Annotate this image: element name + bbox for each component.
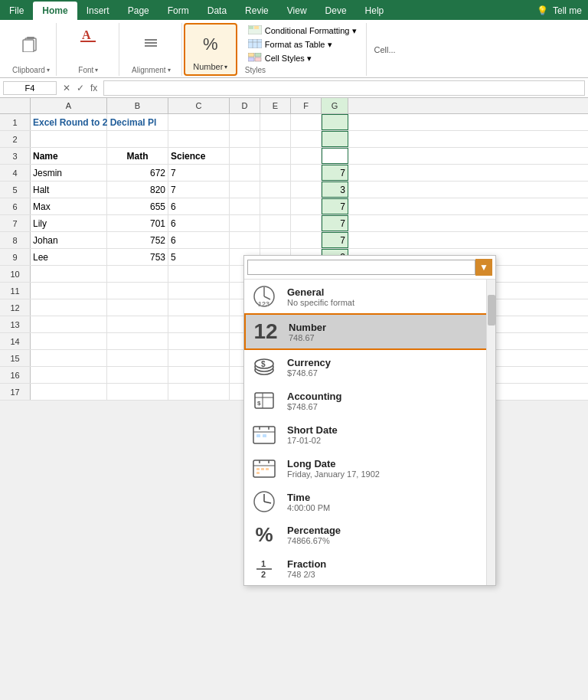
row-header-5[interactable]: 5 <box>0 182 31 198</box>
alignment-arrow[interactable]: ▾ <box>168 67 171 74</box>
dropdown-item-longdate[interactable]: Long Date Friday, January 17, 1902 <box>244 451 495 485</box>
cell-g1[interactable] <box>322 114 348 130</box>
tab-file[interactable]: File <box>0 2 33 20</box>
cell-c5[interactable]: 7 <box>168 182 230 198</box>
dropdown-item-time[interactable]: Time 4:00:00 PM <box>244 485 495 518</box>
cell-b6[interactable]: 655 <box>107 198 168 214</box>
cell-d8[interactable] <box>230 232 260 248</box>
font-arrow[interactable]: ▾ <box>95 67 98 74</box>
cell-a7[interactable]: Lily <box>31 215 107 231</box>
cell-b8[interactable]: 752 <box>107 232 168 248</box>
cell-d1[interactable] <box>230 114 260 130</box>
cell-c2[interactable] <box>168 131 230 147</box>
cell-g8[interactable]: 7 <box>322 232 348 248</box>
dropdown-scrollbar[interactable] <box>486 280 495 585</box>
cell-a4[interactable]: Jesmin <box>31 165 107 181</box>
cell-b9[interactable]: 753 <box>107 249 168 265</box>
tab-home[interactable]: Home <box>33 2 77 20</box>
cell-d2[interactable] <box>230 131 260 147</box>
row-header-3[interactable]: 3 <box>0 148 31 164</box>
cell-b1[interactable] <box>107 114 168 130</box>
tab-review[interactable]: Revie <box>236 2 278 20</box>
confirm-formula-button[interactable]: ✓ <box>77 83 84 93</box>
cell-c4[interactable]: 7 <box>168 165 230 181</box>
col-header-a[interactable]: A <box>31 98 107 113</box>
cell-a6[interactable]: Max <box>31 198 107 214</box>
cell-d3[interactable] <box>230 148 260 164</box>
formula-input[interactable] <box>103 80 585 96</box>
cell-c9[interactable]: 5 <box>168 249 230 265</box>
cell-a8[interactable]: Johan <box>31 232 107 248</box>
fx-button[interactable]: fx <box>90 83 97 93</box>
col-header-f[interactable]: F <box>291 98 322 113</box>
font-style-button[interactable]: A <box>77 25 100 46</box>
tab-view[interactable]: View <box>278 2 316 20</box>
cell-c6[interactable]: 6 <box>168 198 230 214</box>
cell-b4[interactable]: 672 <box>107 165 168 181</box>
col-header-g[interactable]: G <box>322 98 348 113</box>
cell-c1[interactable] <box>168 114 230 130</box>
row-header-7[interactable]: 7 <box>0 215 31 231</box>
cell-b5[interactable]: 820 <box>107 182 168 198</box>
format-as-table-button[interactable]: Format as Table ▾ <box>245 38 360 51</box>
cell-d7[interactable] <box>230 215 260 231</box>
cell-g6[interactable]: 7 <box>322 198 348 214</box>
alignment-button[interactable] <box>139 34 163 54</box>
cell-c3[interactable]: Science <box>168 148 230 164</box>
conditional-formatting-button[interactable]: Conditional Formatting ▾ <box>245 25 360 37</box>
number-arrow[interactable]: ▾ <box>224 64 227 70</box>
cell-d4[interactable] <box>230 165 260 181</box>
col-header-c[interactable]: C <box>168 98 230 113</box>
cell-f5[interactable] <box>291 182 322 198</box>
cell-b7[interactable]: 701 <box>107 215 168 231</box>
cell-reference[interactable] <box>3 81 57 95</box>
cell-e1[interactable] <box>260 114 291 130</box>
cell-a1[interactable]: Excel Round to 2 Decimal Pl <box>31 114 107 130</box>
cell-e7[interactable] <box>260 215 291 231</box>
tab-insert[interactable]: Insert <box>77 2 119 20</box>
cell-e4[interactable] <box>260 165 291 181</box>
tell-me-text[interactable]: Tell me <box>553 5 582 16</box>
dropdown-item-shortdate[interactable]: Short Date 17-01-02 <box>244 417 495 451</box>
dropdown-item-currency[interactable]: $ Currency $748.67 <box>244 350 495 384</box>
cell-d5[interactable] <box>230 182 260 198</box>
tab-developer[interactable]: Deve <box>316 2 356 20</box>
row-header-4[interactable]: 4 <box>0 165 31 181</box>
cell-c7[interactable]: 6 <box>168 215 230 231</box>
cell-g2[interactable] <box>322 131 348 147</box>
cell-a9[interactable]: Lee <box>31 249 107 265</box>
tab-form[interactable]: Form <box>158 2 198 20</box>
cell-d6[interactable] <box>230 198 260 214</box>
col-header-b[interactable]: B <box>107 98 168 113</box>
col-header-d[interactable]: D <box>230 98 260 113</box>
cell-f1[interactable] <box>291 114 322 130</box>
row-header-6[interactable]: 6 <box>0 198 31 214</box>
cell-a2[interactable] <box>31 131 107 147</box>
cell-a3[interactable]: Name <box>31 148 107 164</box>
dropdown-item-number[interactable]: 12 Number 748.67 <box>244 313 495 350</box>
cell-g7[interactable]: 7 <box>322 215 348 231</box>
cell-f3[interactable] <box>291 148 322 164</box>
cell-e5[interactable] <box>260 182 291 198</box>
select-all-button[interactable] <box>0 98 31 113</box>
dropdown-item-percentage[interactable]: % Percentage 74866.67% <box>244 518 495 551</box>
cell-f7[interactable] <box>291 215 322 231</box>
cell-g4[interactable]: 7 <box>322 165 348 181</box>
cell-b2[interactable] <box>107 131 168 147</box>
cell-styles-button[interactable]: Cell Styles ▾ <box>245 52 360 64</box>
row-header-1[interactable]: 1 <box>0 114 31 130</box>
clipboard-button[interactable] <box>18 33 43 57</box>
dropdown-item-accounting[interactable]: $ Accounting $748.67 <box>244 384 495 417</box>
dropdown-item-general[interactable]: 123 General No specific format <box>244 280 495 313</box>
cell-f2[interactable] <box>291 131 322 147</box>
tab-page[interactable]: Page <box>119 2 158 20</box>
cell-b3[interactable]: Math <box>107 148 168 164</box>
dropdown-search-button[interactable]: ▼ <box>475 259 492 276</box>
cell-e2[interactable] <box>260 131 291 147</box>
row-header-9[interactable]: 9 <box>0 249 31 265</box>
tab-help[interactable]: Help <box>356 2 394 20</box>
cell-g5[interactable]: 3 <box>322 182 348 198</box>
cell-f4[interactable] <box>291 165 322 181</box>
cell-f8[interactable] <box>291 232 322 248</box>
tab-data[interactable]: Data <box>198 2 236 20</box>
